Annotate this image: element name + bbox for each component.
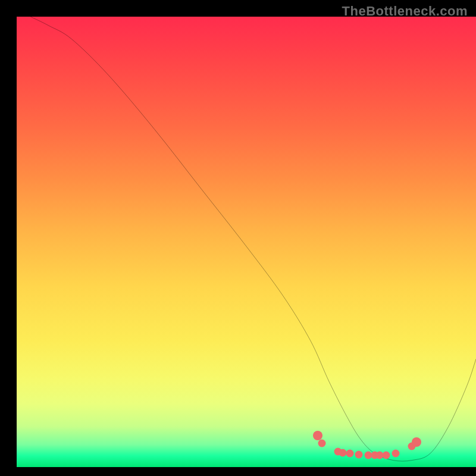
highlight-dot: [355, 450, 363, 458]
highlight-dot: [412, 437, 421, 447]
plot-area: [17, 17, 476, 467]
chart-frame: TheBottleneck.com: [0, 0, 476, 476]
watermark-text: TheBottleneck.com: [342, 4, 468, 19]
highlight-dot: [383, 451, 390, 459]
highlight-dots: [17, 17, 476, 467]
highlight-dot: [346, 450, 353, 458]
highlight-dot: [392, 450, 399, 458]
highlight-dot: [318, 439, 326, 447]
